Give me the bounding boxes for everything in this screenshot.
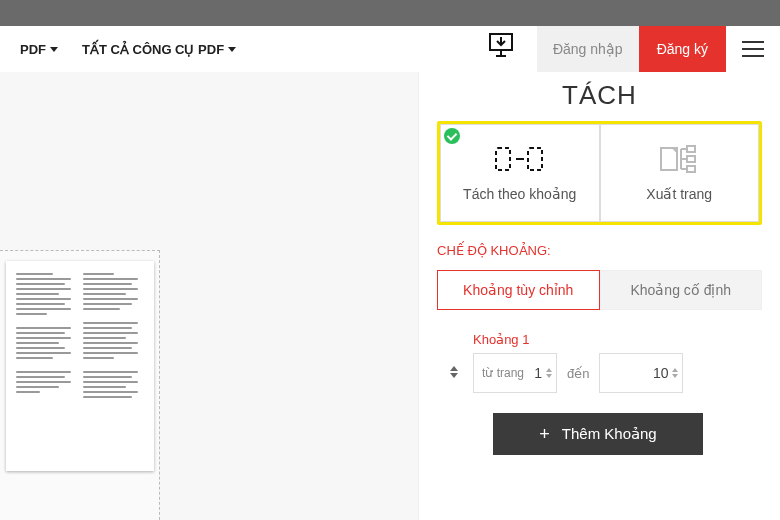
mode-range-label: Tách theo khoảng bbox=[463, 186, 576, 202]
hamburger-icon bbox=[742, 41, 764, 57]
check-icon bbox=[444, 128, 460, 144]
tab-fixed-range[interactable]: Khoảng cố định bbox=[600, 270, 763, 310]
hamburger-menu-button[interactable] bbox=[726, 26, 780, 72]
page-thumbnail bbox=[6, 261, 154, 471]
from-page-input[interactable]: từ trang 1 bbox=[473, 353, 557, 393]
reorder-handle[interactable] bbox=[445, 361, 463, 383]
to-page-stepper[interactable] bbox=[672, 368, 678, 378]
from-page-stepper[interactable] bbox=[546, 368, 552, 378]
nav-pdf-label: PDF bbox=[20, 42, 46, 57]
range-mode-tabs: Khoảng tùy chỉnh Khoảng cố định bbox=[437, 270, 762, 310]
svg-rect-6 bbox=[687, 146, 695, 152]
tab-custom-range[interactable]: Khoảng tùy chỉnh bbox=[437, 270, 600, 310]
panel-title: TÁCH bbox=[437, 80, 762, 111]
range-1-row: Khoảng 1 từ trang 1 đến 10 bbox=[445, 332, 762, 393]
signup-button[interactable]: Đăng ký bbox=[639, 26, 726, 72]
svg-rect-7 bbox=[687, 156, 695, 162]
to-page-input[interactable]: 10 bbox=[599, 353, 683, 393]
arrow-down-icon bbox=[450, 373, 458, 378]
range-mode-section-label: CHẾ ĐỘ KHOẢNG: bbox=[437, 243, 762, 258]
signup-label: Đăng ký bbox=[657, 41, 708, 57]
caret-down-icon bbox=[228, 47, 236, 52]
mode-extract-label: Xuất trang bbox=[646, 186, 712, 202]
range-1-title: Khoảng 1 bbox=[473, 332, 683, 347]
download-desktop-icon[interactable] bbox=[486, 30, 516, 64]
split-mode-selector: Tách theo khoảng Xuất trang bbox=[437, 121, 762, 225]
arrow-up-icon bbox=[450, 366, 458, 371]
to-label: đến bbox=[567, 366, 589, 381]
caret-down-icon bbox=[50, 47, 58, 52]
extract-pages-icon bbox=[651, 142, 707, 176]
nav-all-tools-dropdown[interactable]: TẤT CẢ CÔNG CỤ PDF bbox=[70, 42, 248, 57]
page-preview-area bbox=[0, 72, 418, 520]
to-page-value: 10 bbox=[653, 365, 669, 381]
tab-fixed-label: Khoảng cố định bbox=[630, 282, 731, 298]
from-page-value: 1 bbox=[534, 365, 542, 381]
tab-custom-label: Khoảng tùy chỉnh bbox=[463, 282, 573, 298]
mode-split-by-range[interactable]: Tách theo khoảng bbox=[440, 124, 600, 222]
nav-pdf-dropdown[interactable]: PDF bbox=[8, 42, 70, 57]
split-range-icon bbox=[492, 142, 548, 176]
add-range-button[interactable]: + Thêm Khoảng bbox=[493, 413, 703, 455]
top-navbar: PDF TẤT CẢ CÔNG CỤ PDF Đăng nhập Đăng ký bbox=[0, 26, 780, 72]
add-range-label: Thêm Khoảng bbox=[562, 425, 657, 443]
login-label: Đăng nhập bbox=[553, 41, 623, 57]
split-options-panel: TÁCH Tách theo khoảng bbox=[418, 72, 780, 520]
mode-extract-pages[interactable]: Xuất trang bbox=[600, 124, 760, 222]
login-button[interactable]: Đăng nhập bbox=[537, 26, 639, 72]
from-page-label: từ trang bbox=[482, 366, 524, 380]
plus-icon: + bbox=[539, 424, 550, 445]
nav-all-tools-label: TẤT CẢ CÔNG CỤ PDF bbox=[82, 42, 224, 57]
svg-rect-5 bbox=[661, 148, 677, 170]
page-range-group[interactable] bbox=[0, 250, 160, 520]
svg-rect-8 bbox=[687, 166, 695, 172]
